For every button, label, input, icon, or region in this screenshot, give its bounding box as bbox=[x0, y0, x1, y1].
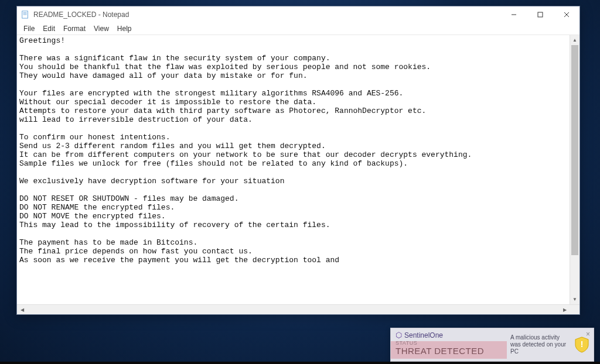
toast-message-panel: A malicious activity was detected on you… bbox=[507, 328, 594, 361]
vertical-scrollbar-thumb[interactable] bbox=[571, 45, 578, 255]
menu-help[interactable]: Help bbox=[113, 23, 136, 34]
scroll-up-button[interactable]: ▲ bbox=[570, 35, 579, 45]
menu-file[interactable]: File bbox=[19, 23, 39, 34]
menu-view[interactable]: View bbox=[90, 23, 113, 34]
scrollbar-corner bbox=[570, 305, 579, 314]
toast-message: A malicious activity was detected on you… bbox=[510, 334, 570, 355]
horizontal-scrollbar[interactable]: ◀ ▶ bbox=[17, 304, 579, 314]
notepad-icon bbox=[21, 10, 30, 19]
taskbar[interactable] bbox=[0, 362, 600, 364]
notepad-window: README_LOCKED - Notepad File Edit Format… bbox=[16, 6, 580, 315]
scroll-left-button[interactable]: ◀ bbox=[17, 305, 27, 314]
toast-status-value: THREAT DETECTED bbox=[396, 346, 502, 356]
vertical-scrollbar[interactable]: ▲ ▼ bbox=[570, 35, 579, 304]
toast-brand-name: SentinelOne bbox=[404, 331, 443, 339]
toast-brand: ⬡ SentinelOne bbox=[396, 331, 502, 339]
warning-shield-icon: ! bbox=[574, 336, 590, 353]
window-controls bbox=[500, 6, 579, 23]
toast-close-button[interactable]: × bbox=[586, 330, 590, 338]
scroll-down-button[interactable]: ▼ bbox=[570, 294, 579, 304]
titlebar[interactable]: README_LOCKED - Notepad bbox=[17, 6, 579, 23]
menu-edit[interactable]: Edit bbox=[39, 23, 59, 34]
horizontal-scrollbar-track[interactable] bbox=[27, 305, 560, 314]
maximize-button[interactable] bbox=[527, 6, 553, 23]
sentinelone-logo-icon: ⬡ bbox=[396, 331, 402, 339]
window-title: README_LOCKED - Notepad bbox=[33, 11, 500, 19]
svg-text:!: ! bbox=[581, 339, 584, 349]
menubar: File Edit Format View Help bbox=[17, 23, 579, 35]
toast-status-label: STATUS bbox=[396, 340, 502, 346]
toast-status-panel: ⬡ SentinelOne STATUS THREAT DETECTED bbox=[391, 328, 507, 361]
text-content[interactable]: Greetings! There was a significant flaw … bbox=[17, 35, 570, 304]
threat-notification-toast[interactable]: × ⬡ SentinelOne STATUS THREAT DETECTED A… bbox=[390, 328, 594, 362]
text-area-container: Greetings! There was a significant flaw … bbox=[17, 35, 579, 304]
menu-format[interactable]: Format bbox=[59, 23, 90, 34]
close-button[interactable] bbox=[553, 6, 579, 23]
scroll-right-button[interactable]: ▶ bbox=[560, 305, 570, 314]
minimize-button[interactable] bbox=[500, 6, 527, 23]
svg-rect-5 bbox=[538, 12, 543, 17]
